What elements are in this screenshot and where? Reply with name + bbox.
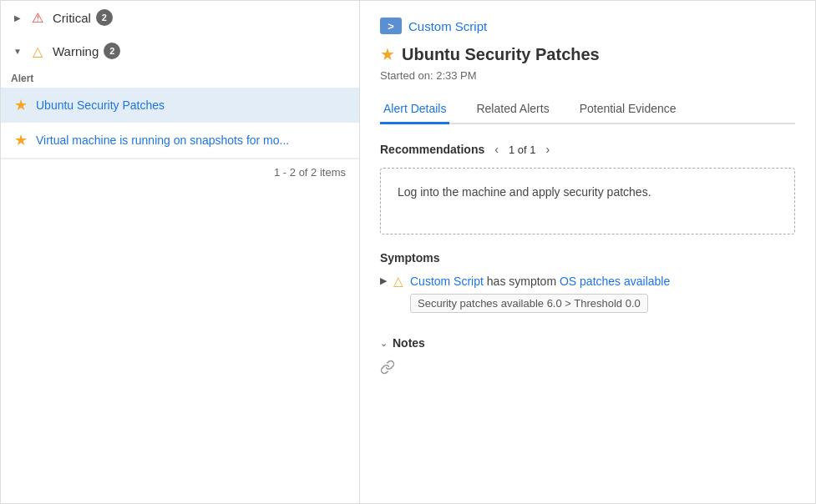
notes-section: ⌄ Notes xyxy=(380,336,795,377)
alert-title-text: Ubuntu Security Patches xyxy=(402,45,600,64)
symptom-detail: Custom Script has symptom OS patches ava… xyxy=(410,273,670,313)
critical-chevron-icon: ▶ xyxy=(11,11,24,24)
symptoms-title: Symptoms xyxy=(380,251,795,265)
main-container: ▶ ⚠ Critical 2 ▼ △ Warning 2 Alert ★ Ubu… xyxy=(0,0,816,504)
recommendations-title: Recommendations xyxy=(380,143,484,156)
critical-tree-item[interactable]: ▶ ⚠ Critical 2 xyxy=(1,1,359,34)
script-header: Custom Script xyxy=(380,18,795,34)
recommendation-box: Log into the machine and apply security … xyxy=(380,168,795,234)
recommendation-text: Log into the machine and apply security … xyxy=(398,185,651,199)
symptom-chevron-icon: ▶ xyxy=(380,275,387,286)
alert-section-header: Alert xyxy=(1,68,359,88)
critical-status-icon: ⚠ xyxy=(29,9,46,26)
left-panel: ▶ ⚠ Critical 2 ▼ △ Warning 2 Alert ★ Ubu… xyxy=(1,1,360,503)
recommendations-prev-button[interactable]: ‹ xyxy=(491,141,502,158)
symptom-script-link[interactable]: Custom Script xyxy=(410,275,484,288)
tab-alert-details[interactable]: Alert Details xyxy=(380,95,449,124)
tab-related-alerts[interactable]: Related Alerts xyxy=(473,95,552,124)
tab-potential-evidence[interactable]: Potential Evidence xyxy=(576,95,680,124)
notes-header: ⌄ Notes xyxy=(380,336,795,350)
alert-star-icon-1: ★ xyxy=(14,96,28,114)
alert-link-1[interactable]: Ubuntu Security Patches xyxy=(36,98,165,112)
critical-badge: 2 xyxy=(96,9,113,26)
notes-link-icon[interactable] xyxy=(380,360,395,375)
critical-label: Critical xyxy=(53,11,91,25)
symptom-os-link[interactable]: OS patches available xyxy=(560,275,670,288)
warning-status-icon: △ xyxy=(29,43,46,59)
notes-title: Notes xyxy=(393,336,425,350)
alert-star-icon-2: ★ xyxy=(14,131,28,149)
right-panel: Custom Script ★ Ubuntu Security Patches … xyxy=(360,1,815,503)
recommendations-next-button[interactable]: › xyxy=(542,141,553,158)
started-on: Started on: 2:33 PM xyxy=(380,69,795,82)
alert-row-1[interactable]: ★ Ubuntu Security Patches xyxy=(1,88,359,123)
symptoms-section: Symptoms ▶ △ Custom Script has symptom O… xyxy=(380,251,795,320)
warning-label: Warning xyxy=(53,44,99,58)
alert-row-2[interactable]: ★ Virtual machine is running on snapshot… xyxy=(1,123,359,158)
symptom-badge: Security patches available 6.0 > Thresho… xyxy=(410,294,648,313)
tabs-container: Alert Details Related Alerts Potential E… xyxy=(380,95,795,124)
recommendations-header-row: Recommendations ‹ 1 of 1 › xyxy=(380,141,795,158)
recommendations-page: 1 of 1 xyxy=(509,144,536,156)
symptom-warning-icon: △ xyxy=(393,274,403,289)
warning-chevron-icon: ▼ xyxy=(11,44,24,58)
symptom-middle-text: has symptom xyxy=(487,275,560,288)
warning-badge: 2 xyxy=(104,43,120,59)
script-type-icon xyxy=(380,18,402,34)
pagination-row: 1 - 2 of 2 items xyxy=(1,159,359,185)
symptom-row-1: ▶ △ Custom Script has symptom OS patches… xyxy=(380,273,795,313)
alert-title-row: ★ Ubuntu Security Patches xyxy=(380,44,795,64)
pagination-text: 1 - 2 of 2 items xyxy=(274,166,346,179)
alert-title-star-icon: ★ xyxy=(380,44,395,64)
script-title[interactable]: Custom Script xyxy=(408,19,487,33)
warning-tree-item[interactable]: ▼ △ Warning 2 xyxy=(1,34,359,68)
alert-link-2[interactable]: Virtual machine is running on snapshots … xyxy=(36,134,289,147)
notes-chevron-icon[interactable]: ⌄ xyxy=(380,338,388,349)
